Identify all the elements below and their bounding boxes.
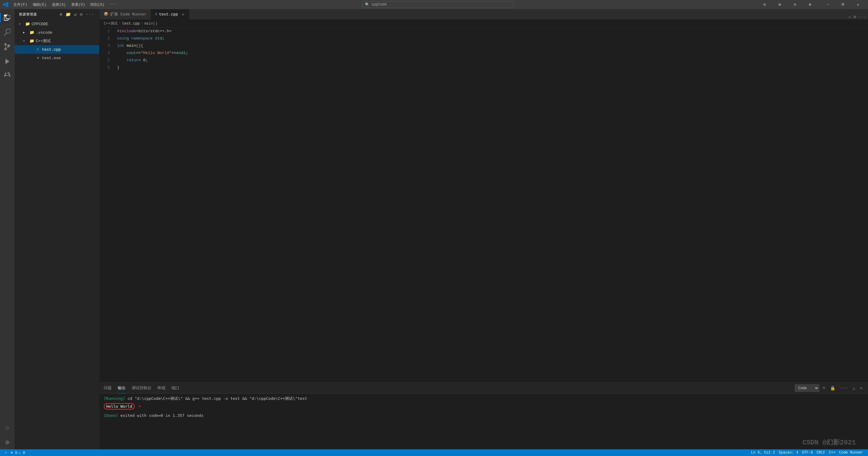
- hello-world-output: Hello World: [104, 403, 135, 409]
- maximize-panel-icon[interactable]: △: [851, 385, 856, 391]
- menu-edit[interactable]: 编辑(E): [30, 2, 49, 8]
- output-channel-dropdown[interactable]: Code: [795, 384, 819, 392]
- test-cpp-tab-label: test.cpp: [159, 12, 178, 17]
- panel-more-icon[interactable]: ···: [839, 385, 849, 391]
- settings-activity-icon[interactable]: ⚙: [0, 435, 14, 449]
- minimize-button[interactable]: ─: [821, 0, 835, 9]
- status-encoding[interactable]: UTF-8: [800, 449, 815, 456]
- tree-item-test-cpp[interactable]: C test.cpp: [14, 45, 99, 54]
- tree-root-label: CPPCODE: [32, 22, 99, 26]
- breadcrumb-symbol[interactable]: main(): [145, 22, 157, 26]
- tree-root-cppcode[interactable]: ▾ 📁 CPPCODE: [14, 20, 99, 28]
- tree-arrow-vscode: ▶: [23, 31, 28, 34]
- line-num-4: 4: [99, 50, 115, 57]
- search-activity-icon[interactable]: [0, 25, 14, 39]
- line-content-6: }: [115, 64, 868, 72]
- menu-file[interactable]: 文件(F): [11, 2, 30, 8]
- indentation: Spaces: 4: [779, 451, 799, 455]
- panel-tab-ports[interactable]: 端口: [172, 383, 179, 394]
- refresh-icon[interactable]: ↺: [73, 11, 78, 18]
- run-code-icon[interactable]: ▷: [849, 15, 851, 20]
- panel-empty-line: [104, 409, 864, 413]
- line-endings: CRLF: [816, 451, 825, 455]
- toggle-panel-button[interactable]: ⊞: [773, 0, 787, 9]
- file-encoding: UTF-8: [802, 451, 813, 455]
- line-content-4: cout<<"Hello World"<<endl;: [115, 50, 868, 57]
- search-text: cppCode: [371, 2, 386, 7]
- menu-bar: 文件(F) 编辑(E) 选择(S) 查看(V) 转到(G) ···: [11, 2, 119, 8]
- tree-item-vscode[interactable]: ▶ 📁 .vscode: [14, 28, 99, 37]
- breadcrumb-sep-2: ›: [141, 22, 143, 26]
- close-button[interactable]: ✕: [851, 0, 865, 9]
- panel-line-output: Hello World ➜: [104, 403, 864, 409]
- search-icon: 🔍: [365, 2, 370, 7]
- customize-layout-button2[interactable]: ⊞: [803, 0, 817, 9]
- tab-close-button[interactable]: ✕: [181, 12, 185, 17]
- remote-activity-icon[interactable]: ⌂: [0, 420, 14, 435]
- line-num-3: 3: [99, 42, 115, 50]
- tree-item-test-exe[interactable]: ≡ test.exe: [14, 54, 99, 62]
- breadcrumb-folder[interactable]: C++测试: [104, 21, 118, 26]
- status-bar: ⚡ ⊗ 0 ⚠ 0 Ln 6, Col 2 Spaces: 4 UTF-8 CR…: [0, 449, 868, 456]
- code-line-1: 1 #include<bits/stdc++.h>: [99, 28, 868, 35]
- extensions-activity-icon[interactable]: [0, 68, 14, 83]
- status-spaces[interactable]: Spaces: 4: [777, 449, 800, 456]
- code-editor[interactable]: 1 #include<bits/stdc++.h> 2 using namesp…: [99, 28, 868, 382]
- title-bar: 文件(F) 编辑(E) 选择(S) 查看(V) 转到(G) ··· 🔍 cppC…: [0, 0, 868, 9]
- panel-tab-terminal[interactable]: 终端: [157, 383, 165, 394]
- code-line-4: 4 cout<<"Hello World"<<endl;: [99, 50, 868, 57]
- explorer-activity-icon[interactable]: [0, 10, 14, 25]
- running-label: [Running]: [104, 396, 125, 401]
- panel-tab-debug[interactable]: 调试控制台: [132, 383, 151, 394]
- new-folder-icon[interactable]: 📁: [65, 11, 71, 18]
- tab-bar: 📦 扩展 Code Runner C test.cpp ✕ ▷ ⊞ ···: [99, 9, 868, 20]
- tab-test-cpp[interactable]: C test.cpp ✕: [151, 9, 189, 20]
- menu-more[interactable]: ···: [107, 2, 119, 8]
- hello-world-arrow: ➜: [138, 404, 141, 409]
- breadcrumb-file[interactable]: test.cpp: [122, 22, 140, 26]
- source-control-activity-icon[interactable]: [0, 39, 14, 54]
- cpp-test-label: C++测试: [36, 38, 99, 44]
- status-remote[interactable]: ⚡: [3, 449, 9, 456]
- status-eol[interactable]: CRLF: [815, 449, 827, 456]
- close-panel-icon[interactable]: ✕: [859, 385, 864, 391]
- toggle-sidebar-button[interactable]: ⊡: [788, 0, 802, 9]
- customize-layout-button[interactable]: ⊟: [757, 0, 772, 9]
- status-language[interactable]: C++: [827, 449, 837, 456]
- remote-icon-status: ⚡: [5, 451, 7, 455]
- activity-bar: ⌂ ⚙: [0, 9, 14, 449]
- split-editor-icon[interactable]: ⊞: [854, 15, 856, 20]
- menu-goto[interactable]: 转到(G): [88, 2, 107, 8]
- app-icon: [3, 2, 8, 7]
- editor-area: 📦 扩展 Code Runner C test.cpp ✕ ▷ ⊞ ··· C+…: [99, 9, 868, 449]
- tab-code-runner[interactable]: 📦 扩展 Code Runner: [99, 9, 151, 20]
- breadcrumb: C++测试 › test.cpp › main(): [99, 20, 868, 28]
- panel-tab-output[interactable]: 输出: [118, 383, 126, 394]
- menu-view[interactable]: 查看(V): [69, 2, 88, 8]
- exe-file-icon: ≡: [35, 56, 41, 60]
- new-file-icon[interactable]: ⊕: [59, 11, 63, 18]
- errors-icon: ⊗ 0: [11, 451, 17, 455]
- clear-output-icon[interactable]: ≡: [822, 385, 827, 391]
- more-actions-icon[interactable]: ···: [859, 15, 866, 20]
- test-cpp-tab-icon: C: [155, 12, 157, 16]
- restore-button[interactable]: ⧉: [836, 0, 850, 9]
- panel-tab-problems[interactable]: 问题: [104, 383, 112, 394]
- lock-icon[interactable]: 🔒: [829, 385, 836, 391]
- search-box[interactable]: 🔍 cppCode: [362, 1, 514, 8]
- code-line-6: 6 }: [99, 64, 868, 72]
- sidebar-header-icons: ⊕ 📁 ↺ ⊖ ···: [59, 11, 95, 18]
- line-content-2: using namespace std;: [115, 35, 868, 42]
- panel-line-running: [Running] cd "d:\cppCode\C++测试\" && g++ …: [104, 396, 864, 401]
- status-errors[interactable]: ⊗ 0 ⚠ 0: [9, 449, 27, 456]
- collapse-icon[interactable]: ⊖: [79, 11, 83, 18]
- code-line-5: 5 return 0;: [99, 57, 868, 64]
- status-code-runner[interactable]: Code Runner: [837, 449, 865, 456]
- tree-item-cpp-test[interactable]: ▾ 📁 C++测试: [14, 37, 99, 45]
- menu-select[interactable]: 选择(S): [50, 2, 68, 8]
- run-activity-icon[interactable]: [0, 54, 14, 68]
- panel-line-done: [Done] exited with code=0 in 1.357 secon…: [104, 413, 864, 418]
- code-runner-tab-label: 扩展 Code Runner: [110, 11, 147, 17]
- more-options-icon[interactable]: ···: [85, 11, 95, 18]
- status-position[interactable]: Ln 6, Col 2: [749, 449, 777, 456]
